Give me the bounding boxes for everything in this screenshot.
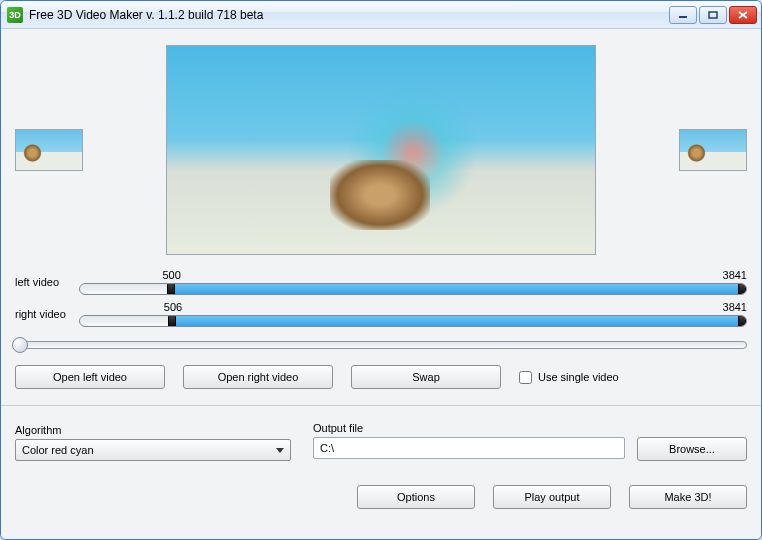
app-icon: 3D [7, 7, 23, 23]
options-button[interactable]: Options [357, 485, 475, 509]
left-video-label: left video [15, 276, 71, 288]
minimize-button[interactable] [669, 6, 697, 24]
output-file-field[interactable]: C:\ [313, 437, 625, 459]
left-range-end-value: 3841 [723, 269, 747, 281]
right-video-range[interactable]: 506 3841 [79, 301, 747, 327]
right-thumbnail[interactable] [679, 129, 747, 171]
use-single-video-label: Use single video [538, 371, 619, 383]
swap-button[interactable]: Swap [351, 365, 501, 389]
right-range-end-handle[interactable] [738, 315, 746, 327]
algorithm-value: Color red cyan [22, 444, 94, 456]
right-range-start-value: 506 [164, 301, 182, 313]
output-file-label: Output file [313, 422, 747, 434]
seek-thumb[interactable] [12, 337, 28, 353]
main-preview[interactable] [166, 45, 596, 255]
app-window: 3D Free 3D Video Maker v. 1.1.2 build 71… [0, 0, 762, 540]
left-range-start-value: 500 [163, 269, 181, 281]
algorithm-select[interactable]: Color red cyan [15, 439, 291, 461]
preview-row [15, 45, 747, 255]
left-range-end-handle[interactable] [738, 283, 746, 295]
algorithm-label: Algorithm [15, 424, 291, 436]
close-button[interactable] [729, 6, 757, 24]
svg-rect-1 [709, 12, 717, 18]
titlebar[interactable]: 3D Free 3D Video Maker v. 1.1.2 build 71… [1, 1, 761, 29]
browse-button[interactable]: Browse... [637, 437, 747, 461]
right-range-start-handle[interactable] [168, 315, 176, 327]
action-buttons-row: Options Play output Make 3D! [15, 485, 747, 509]
output-row: Algorithm Color red cyan Output file C:\… [15, 422, 747, 461]
left-video-range-row: left video 500 3841 [15, 269, 747, 295]
left-range-start-handle[interactable] [167, 283, 175, 295]
separator [1, 405, 761, 406]
output-file-value: C:\ [320, 442, 334, 454]
left-video-range[interactable]: 500 3841 [79, 269, 747, 295]
file-buttons-row: Open left video Open right video Swap Us… [15, 365, 747, 389]
chevron-down-icon [276, 448, 284, 453]
window-controls [669, 6, 757, 24]
open-right-button[interactable]: Open right video [183, 365, 333, 389]
use-single-video-checkbox[interactable]: Use single video [519, 371, 619, 384]
maximize-button[interactable] [699, 6, 727, 24]
open-left-button[interactable]: Open left video [15, 365, 165, 389]
right-video-label: right video [15, 308, 71, 320]
make-3d-button[interactable]: Make 3D! [629, 485, 747, 509]
seek-slider[interactable] [15, 341, 747, 349]
window-title: Free 3D Video Maker v. 1.1.2 build 718 b… [29, 8, 669, 22]
right-video-range-row: right video 506 3841 [15, 301, 747, 327]
play-output-button[interactable]: Play output [493, 485, 611, 509]
content-area: left video 500 3841 right video 506 3841 [1, 29, 761, 539]
right-range-end-value: 3841 [723, 301, 747, 313]
left-thumbnail[interactable] [15, 129, 83, 171]
use-single-video-input[interactable] [519, 371, 532, 384]
